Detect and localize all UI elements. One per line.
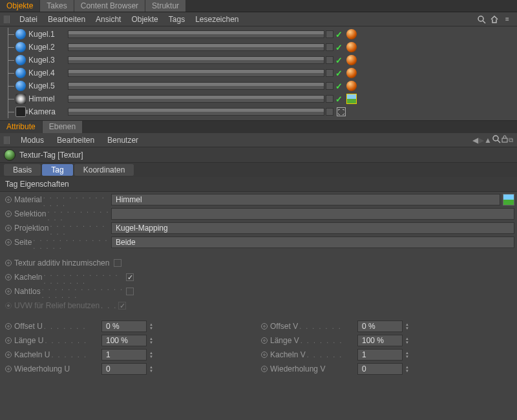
- spinner-icon[interactable]: ▲▼: [149, 322, 153, 330]
- param-bullet-icon[interactable]: [5, 225, 12, 231]
- material-tag-icon[interactable]: [346, 68, 357, 78]
- input-laenge-v[interactable]: 100 %: [357, 335, 403, 346]
- nav-back-icon[interactable]: ◀: [472, 136, 478, 145]
- param-bullet-icon[interactable]: [261, 337, 268, 344]
- home-icon[interactable]: [489, 14, 500, 25]
- tree-row[interactable]: Kugel.5✓: [4, 79, 517, 92]
- param-bullet-icon[interactable]: [5, 352, 12, 358]
- menu-objekte[interactable]: Objekte: [126, 13, 163, 26]
- tab-attribute[interactable]: Attribute: [0, 121, 43, 133]
- param-bullet-icon[interactable]: [5, 366, 12, 372]
- input-selektion[interactable]: [111, 208, 514, 220]
- menu-benutzer[interactable]: Benutzer: [101, 134, 145, 147]
- material-tag-icon[interactable]: [346, 55, 357, 65]
- select-projektion[interactable]: Kugel-Mapping: [111, 222, 514, 234]
- visibility-toggle[interactable]: [68, 56, 324, 64]
- subtab-basis[interactable]: Basis: [4, 164, 41, 176]
- nav-forward-icon[interactable]: ▶: [478, 136, 484, 145]
- tab-takes[interactable]: Takes: [40, 0, 74, 12]
- search-icon[interactable]: [492, 134, 501, 145]
- material-preview-icon[interactable]: [503, 194, 514, 205]
- param-bullet-icon[interactable]: [5, 274, 12, 280]
- lock-icon[interactable]: [501, 134, 509, 145]
- tree-row[interactable]: Kamera⛶: [4, 105, 517, 118]
- spinner-icon[interactable]: ▲▼: [405, 322, 409, 330]
- tree-row[interactable]: Kugel.2✓: [4, 41, 517, 54]
- visibility-toggle[interactable]: [326, 108, 333, 116]
- menu-bearbeiten[interactable]: Bearbeiten: [50, 134, 101, 147]
- new-window-icon[interactable]: ⧉: [509, 136, 513, 144]
- param-bullet-icon[interactable]: [5, 288, 12, 295]
- grip-icon[interactable]: [4, 136, 10, 144]
- camera-target-tag-icon[interactable]: ⛶: [337, 107, 346, 116]
- menu-tags[interactable]: Tags: [164, 13, 190, 26]
- visibility-toggle[interactable]: [326, 43, 333, 51]
- subtab-koordinaten[interactable]: Koordinaten: [74, 164, 134, 176]
- visibility-toggle[interactable]: [326, 56, 333, 64]
- visibility-toggle[interactable]: [326, 82, 333, 90]
- visibility-toggle[interactable]: [68, 43, 324, 51]
- visibility-toggle[interactable]: [68, 69, 324, 77]
- tree-row[interactable]: Kugel.4✓: [4, 67, 517, 79]
- param-bullet-icon[interactable]: [5, 196, 12, 203]
- enable-check-icon[interactable]: ✓: [335, 94, 343, 104]
- checkbox-additiv[interactable]: [114, 259, 121, 267]
- param-bullet-icon[interactable]: [5, 302, 12, 309]
- param-bullet-icon[interactable]: [5, 337, 12, 344]
- object-name[interactable]: Kamera: [28, 107, 67, 116]
- input-wieder-v[interactable]: 0: [357, 363, 403, 375]
- checkbox-nahtlos[interactable]: [126, 288, 134, 295]
- grip-icon[interactable]: [4, 16, 10, 23]
- nav-up-icon[interactable]: ▲: [484, 136, 492, 145]
- select-seite[interactable]: Beide: [111, 236, 514, 248]
- visibility-toggle[interactable]: [326, 95, 333, 103]
- enable-check-icon[interactable]: ✓: [335, 68, 343, 78]
- param-bullet-icon[interactable]: [5, 211, 12, 217]
- tree-row[interactable]: Kugel.3✓: [4, 54, 517, 67]
- texture-tag-icon[interactable]: [346, 94, 357, 104]
- visibility-toggle[interactable]: [68, 95, 324, 103]
- enable-check-icon[interactable]: ✓: [335, 43, 343, 52]
- menu-modus[interactable]: Modus: [14, 134, 50, 147]
- enable-check-icon[interactable]: ✓: [335, 56, 343, 65]
- tree-row[interactable]: Kugel.1✓: [4, 28, 517, 41]
- tree-row[interactable]: Himmel✓: [4, 92, 517, 105]
- menu-datei[interactable]: Datei: [14, 13, 43, 26]
- spinner-icon[interactable]: ▲▼: [405, 351, 409, 359]
- visibility-toggle[interactable]: [68, 108, 324, 116]
- visibility-toggle[interactable]: [68, 30, 324, 38]
- search-icon[interactable]: [476, 14, 487, 25]
- object-name[interactable]: Kugel.4: [28, 68, 67, 78]
- spinner-icon[interactable]: ▲▼: [149, 337, 153, 344]
- visibility-toggle[interactable]: [68, 82, 324, 90]
- object-name[interactable]: Kugel.2: [28, 43, 67, 52]
- input-offset-u[interactable]: 0 %: [101, 320, 147, 332]
- input-material[interactable]: Himmel: [111, 194, 500, 205]
- tab-struktur[interactable]: Struktur: [145, 0, 186, 12]
- visibility-toggle[interactable]: [326, 69, 333, 77]
- input-offset-v[interactable]: 0 %: [357, 320, 403, 332]
- enable-check-icon[interactable]: ✓: [335, 81, 343, 91]
- menu-bearbeiten[interactable]: Bearbeiten: [43, 13, 90, 26]
- param-bullet-icon[interactable]: [5, 239, 12, 246]
- sort-icon[interactable]: ≡: [501, 14, 513, 25]
- object-name[interactable]: Kugel.5: [28, 81, 67, 90]
- menu-ansicht[interactable]: Ansicht: [90, 13, 126, 26]
- tab-objekte[interactable]: Objekte: [0, 0, 40, 12]
- param-bullet-icon[interactable]: [261, 366, 268, 372]
- material-tag-icon[interactable]: [346, 29, 357, 39]
- param-bullet-icon[interactable]: [5, 323, 12, 330]
- param-bullet-icon[interactable]: [5, 260, 12, 266]
- enable-check-icon[interactable]: ✓: [335, 30, 343, 39]
- spinner-icon[interactable]: ▲▼: [149, 365, 153, 373]
- subtab-tag[interactable]: Tag: [42, 164, 72, 176]
- material-tag-icon[interactable]: [346, 81, 357, 91]
- input-laenge-u[interactable]: 100 %: [101, 335, 147, 346]
- menu-lesezeichen[interactable]: Lesezeichen: [190, 13, 244, 26]
- object-name[interactable]: Kugel.3: [28, 56, 67, 65]
- visibility-toggle[interactable]: [326, 30, 333, 38]
- param-bullet-icon[interactable]: [261, 323, 268, 330]
- object-name[interactable]: Kugel.1: [28, 30, 67, 39]
- spinner-icon[interactable]: ▲▼: [405, 337, 409, 344]
- object-name[interactable]: Himmel: [28, 94, 67, 103]
